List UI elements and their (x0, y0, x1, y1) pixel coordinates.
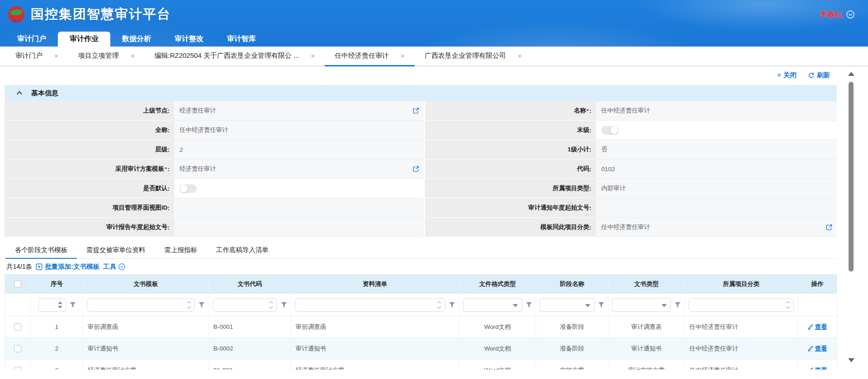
field-template-category[interactable]: 任中经济责任审计 (596, 218, 837, 237)
nav-item-audit-work[interactable]: 审计作业 (58, 32, 110, 47)
field-level[interactable]: 2 (174, 140, 424, 159)
subtab-required-materials[interactable]: 需提交被审单位资料 (77, 242, 155, 259)
field-parent-node[interactable]: 经济责任审计 (174, 101, 424, 121)
col-actions: 操作 (798, 275, 837, 294)
view-link[interactable]: 查看 (808, 323, 827, 331)
chevron-down-circle-icon (118, 263, 125, 270)
select-all-checkbox[interactable] (14, 281, 21, 288)
refresh-icon (808, 72, 815, 79)
tab-company[interactable]: 广西农垦企业管理有限公司 × (415, 47, 532, 66)
subtab-workpaper-import[interactable]: 工作底稿导入清单 (207, 242, 278, 259)
external-link-icon[interactable] (826, 224, 832, 230)
doc-template-filter-input[interactable] (87, 298, 195, 312)
col-file-format: 文件格式类型 (459, 275, 536, 294)
field-project-type[interactable]: 内部审计 (596, 179, 837, 198)
field-full-name[interactable]: 任中经济责任审计 (174, 121, 424, 140)
scroll-down-arrow-icon[interactable] (848, 358, 854, 362)
tab-current-audit[interactable]: 任中经济责任审计 × (325, 47, 415, 66)
main-nav: 审计门户 审计作业 数据分析 审计整改 审计智库 (0, 29, 868, 47)
edit-pencil-icon (808, 324, 813, 330)
field-view-id[interactable] (174, 198, 424, 218)
table-row: 3 经济责任审计方案 01-002 经济责任审计方案 Word文档 实施方案 审… (5, 360, 837, 370)
is-default-toggle[interactable] (179, 184, 197, 193)
table-header-row: 序号 文书模板 文书代码 资料清单 文件格式类型 阶段名称 文书类型 所属项目分… (5, 275, 837, 294)
tab-project-setup[interactable]: 项目立项管理 × (68, 47, 145, 66)
row-checkbox[interactable] (14, 367, 21, 370)
edit-pencil-icon (808, 368, 813, 370)
filter-funnel-icon[interactable] (526, 302, 532, 308)
form-row: 审计报告年度起始文号: 模板同此项目分类: 任中经济责任审计 (5, 218, 837, 237)
tools-dropdown-button[interactable]: 工具 (103, 262, 125, 271)
project-category-filter-input[interactable] (689, 298, 794, 312)
batch-add-button[interactable]: 批量添加:文书模板 (36, 262, 99, 271)
tab-edit-rz202504[interactable]: 编辑:RZ202504 关于广西农垦企业管理有限公 ... × (145, 47, 325, 66)
doc-code-filter-input[interactable] (212, 298, 277, 312)
close-icon: × (777, 71, 781, 80)
field-plan-template[interactable]: 经济责任审计 (174, 159, 424, 179)
close-tab-icon[interactable]: × (131, 52, 135, 60)
nav-item-audit-kb[interactable]: 审计智库 (215, 32, 268, 47)
brand-row: 国控集团智慧审计平台 李春红 (0, 0, 868, 29)
external-link-icon[interactable] (413, 166, 419, 172)
refresh-page-button[interactable]: 刷新 (808, 71, 830, 80)
collapse-caret-icon (17, 91, 23, 97)
row-checkbox[interactable] (14, 323, 21, 331)
nav-item-data-analysis[interactable]: 数据分析 (110, 32, 163, 47)
filter-funnel-icon[interactable] (198, 302, 205, 308)
subtab-doc-templates[interactable]: 各个阶段文书模板 (5, 242, 77, 259)
user-name: 李春红 (820, 9, 843, 20)
field-notice-start-no[interactable] (596, 198, 837, 218)
list-toolbar: 共14/1条 批量添加:文书模板 工具 (5, 259, 837, 274)
col-doc-code: 文书代码 (209, 275, 291, 294)
close-tab-icon[interactable]: × (518, 52, 522, 60)
subtab-report-indicators[interactable]: 需上报指标 (155, 242, 207, 259)
close-tab-icon[interactable]: × (311, 52, 315, 60)
field-report-start-no[interactable] (174, 218, 424, 237)
view-link[interactable]: 查看 (808, 345, 827, 353)
stage-name-filter-select[interactable] (540, 298, 594, 312)
form-row: 采用审计方案模板*: 经济责任审计 代码: 0102 (5, 159, 837, 179)
page-actions: × 关闭 刷新 (777, 71, 830, 80)
chevron-down-circle-icon (846, 10, 854, 19)
section-title: 基本信息 (31, 89, 58, 98)
user-menu[interactable]: 李春红 (820, 9, 854, 20)
form-row: 项目管理界面视图ID: 审计通知年度起始文号: (5, 198, 837, 218)
app-title: 国控集团智慧审计平台 (31, 5, 171, 23)
vertical-scrollbar[interactable] (847, 70, 855, 366)
basic-info-header[interactable]: 基本信息 (5, 85, 837, 101)
field-code[interactable]: 0102 (596, 159, 837, 179)
filter-funnel-icon[interactable] (449, 302, 455, 308)
filter-funnel-icon[interactable] (675, 302, 681, 308)
filter-funnel-icon[interactable] (70, 302, 76, 308)
field-name[interactable]: 任中经济责任审计 (596, 101, 837, 121)
material-list-filter-input[interactable] (295, 298, 445, 312)
opened-tabs-strip: 审计门户 × 项目立项管理 × 编辑:RZ202504 关于广西农垦企业管理有限… (0, 47, 868, 66)
close-tab-icon[interactable]: × (54, 52, 58, 60)
nav-item-audit-rectify[interactable]: 审计整改 (163, 32, 215, 47)
form-row: 层级: 2 1级小计: 否 (5, 140, 837, 159)
view-link[interactable]: 查看 (808, 366, 827, 370)
external-link-icon[interactable] (413, 108, 419, 114)
filter-funnel-icon[interactable] (598, 302, 604, 308)
required-mark: * (586, 108, 589, 114)
basic-info-form: 上级节点: 经济责任审计 名称*: 任中经济责任审计 全称: 任中经济责任审计 … (5, 101, 837, 237)
required-mark: * (165, 166, 167, 173)
seq-filter-input[interactable] (38, 298, 66, 312)
close-page-button[interactable]: × 关闭 (777, 71, 797, 80)
filter-funnel-icon[interactable] (281, 302, 287, 308)
col-material-list: 资料清单 (291, 275, 459, 294)
col-seq: 序号 (31, 275, 83, 294)
scrollbar-thumb[interactable] (849, 82, 854, 271)
doc-type-filter-select[interactable] (612, 298, 671, 312)
row-checkbox[interactable] (14, 345, 21, 352)
leaf-node-toggle[interactable] (601, 126, 618, 135)
file-format-filter-select[interactable] (463, 298, 522, 312)
tab-audit-portal[interactable]: 审计门户 × (5, 47, 68, 66)
col-doc-template: 文书模板 (83, 275, 209, 294)
field-level1-subtotal[interactable]: 否 (596, 140, 837, 159)
nav-item-audit-portal[interactable]: 审计门户 (5, 32, 58, 47)
scroll-up-arrow-icon[interactable] (848, 72, 854, 76)
top-header: 国控集团智慧审计平台 李春红 审计门户 审计作业 数据分析 审计整改 审计智库 (0, 0, 868, 47)
main-content: × 关闭 刷新 基本信息 上级节点: 经济责任审计 (0, 66, 868, 370)
close-tab-icon[interactable]: × (401, 52, 405, 60)
